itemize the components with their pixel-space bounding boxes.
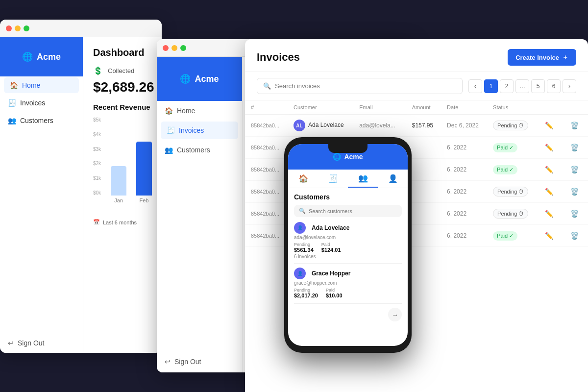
mid-sign-out[interactable]: ↩ Sign Out xyxy=(157,351,242,372)
edit-icon[interactable]: ✏️ xyxy=(543,165,555,174)
chart-x-labels: Jan Feb xyxy=(93,197,152,203)
close-icon[interactable] xyxy=(6,25,12,31)
background-window: 🌐 Acme 🏠 Home 🧾 Invoices 👥 Customers ↩ S… xyxy=(0,20,162,353)
last-6-months: 📅 Last 6 months xyxy=(93,219,152,225)
search-box[interactable]: 🔍 xyxy=(257,78,463,94)
create-invoice-button[interactable]: Create Invoice ＋ xyxy=(508,49,576,66)
col-status: Status xyxy=(487,100,537,115)
cell-amount: $157.95 xyxy=(406,115,441,137)
status-badge: Pending ⏱ xyxy=(493,187,528,196)
arrow-right: → xyxy=(294,308,402,321)
cell-id: 85842ba0... xyxy=(245,159,288,181)
cell-delete[interactable]: 🗑️ xyxy=(563,137,588,159)
mid-sidebar-customers[interactable]: 👥 Customers xyxy=(157,140,242,160)
cell-email: ada@lovela... xyxy=(353,115,406,137)
status-badge: Pending ⏱ xyxy=(493,121,528,130)
close-icon[interactable] xyxy=(163,45,169,51)
phone-nav-invoices[interactable]: 🧾 xyxy=(318,170,348,188)
edit-icon[interactable]: ✏️ xyxy=(543,121,555,130)
cell-date: 6, 2022 xyxy=(441,203,487,225)
phone-nav-home[interactable]: 🏠 xyxy=(288,170,318,188)
edit-icon[interactable]: ✏️ xyxy=(543,231,555,241)
signout-icon: ↩ xyxy=(8,339,14,347)
cell-delete[interactable]: 🗑️ xyxy=(563,159,588,181)
delete-icon[interactable]: 🗑️ xyxy=(568,165,581,174)
cell-delete[interactable]: 🗑️ xyxy=(563,225,588,247)
cell-customer: ALAda Lovelace xyxy=(288,115,353,137)
pending-stat: Pending $2,017.20 xyxy=(294,288,318,298)
col-edit xyxy=(537,100,563,115)
cell-edit[interactable]: ✏️ xyxy=(537,159,563,181)
cell-edit[interactable]: ✏️ xyxy=(537,203,563,225)
page-5-button[interactable]: 5 xyxy=(531,79,545,93)
globe-icon: 🌐 xyxy=(180,74,191,84)
mid-sidebar-home[interactable]: 🏠 Home xyxy=(157,101,242,121)
delete-icon[interactable]: 🗑️ xyxy=(568,187,581,196)
customer-name: Ada Lovelace xyxy=(312,224,349,231)
customer-name-row: 👤 Grace Hopper xyxy=(294,268,402,279)
next-button[interactable]: → xyxy=(388,308,402,321)
customer-card: 👤 Ada Lovelace ada@lovelace.com Pending … xyxy=(294,222,402,264)
invoice-icon: 🧾 xyxy=(167,126,175,134)
edit-icon[interactable]: ✏️ xyxy=(543,143,555,152)
phone-search[interactable]: 🔍 xyxy=(294,205,402,217)
delete-icon[interactable]: 🗑️ xyxy=(568,209,581,219)
page-1-button[interactable]: 1 xyxy=(484,79,498,93)
next-page-button[interactable]: › xyxy=(563,79,576,93)
customers-icon: 👥 xyxy=(165,146,173,154)
sidebar-item-customers[interactable]: 👥 Customers xyxy=(0,112,83,129)
customer-card: 👤 Grace Hopper grace@hopper.com Pending … xyxy=(294,268,402,304)
customer-email: grace@hopper.com xyxy=(294,280,402,286)
edit-icon[interactable]: ✏️ xyxy=(543,209,555,219)
cell-edit[interactable]: ✏️ xyxy=(537,181,563,203)
cell-status: Paid ✓ xyxy=(487,137,537,159)
plus-icon: ＋ xyxy=(562,53,568,62)
invoice-icon: 🧾 xyxy=(8,99,16,107)
minimize-icon[interactable] xyxy=(15,25,21,31)
edit-icon[interactable]: ✏️ xyxy=(543,187,555,196)
maximize-icon[interactable] xyxy=(180,45,186,51)
search-input[interactable] xyxy=(275,82,456,90)
phone-nav-profile[interactable]: 👤 xyxy=(378,170,408,188)
cell-date: 6, 2022 xyxy=(441,225,487,247)
page-6-button[interactable]: 6 xyxy=(547,79,561,93)
signout-icon: ↩ xyxy=(165,358,171,366)
cell-edit[interactable]: ✏️ xyxy=(537,137,563,159)
cell-date: 6, 2022 xyxy=(441,159,487,181)
prev-page-button[interactable]: ‹ xyxy=(468,79,482,93)
dollar-circle-icon: 💲 xyxy=(93,66,103,75)
search-icon: 🔍 xyxy=(299,208,306,214)
page-ellipsis: … xyxy=(515,79,529,93)
bg-sidebar: 🌐 Acme 🏠 Home 🧾 Invoices 👥 Customers ↩ S… xyxy=(0,37,83,353)
status-badge: Paid ✓ xyxy=(493,165,517,174)
sidebar-item-home[interactable]: 🏠 Home xyxy=(4,77,79,93)
cell-status: Paid ✓ xyxy=(487,159,537,181)
phone-search-input[interactable] xyxy=(309,208,397,214)
delete-icon[interactable]: 🗑️ xyxy=(568,143,581,152)
cell-date: 6, 2022 xyxy=(441,181,487,203)
mid-sidebar-invoices[interactable]: 🧾 Invoices xyxy=(161,122,238,139)
chart-y-labels: $5k $4k $3k $2k $1k $0k xyxy=(93,117,101,196)
phone-notch xyxy=(328,144,368,153)
calendar-icon: 📅 xyxy=(93,219,100,225)
cell-edit[interactable]: ✏️ xyxy=(537,225,563,247)
invoices-count: 6 invoices xyxy=(294,254,402,259)
page-2-button[interactable]: 2 xyxy=(500,79,514,93)
maximize-icon[interactable] xyxy=(24,25,29,31)
phone-nav-customers[interactable]: 👥 xyxy=(348,170,378,188)
sidebar-item-invoices[interactable]: 🧾 Invoices xyxy=(0,94,83,112)
cell-id: 85842ba0... xyxy=(245,137,288,159)
home-icon: 🏠 xyxy=(165,107,173,115)
delete-icon[interactable]: 🗑️ xyxy=(568,121,581,130)
collected-amount: $2,689.26 xyxy=(93,79,152,95)
recent-revenue-title: Recent Revenue xyxy=(93,103,152,111)
cell-delete[interactable]: 🗑️ xyxy=(563,181,588,203)
minimize-icon[interactable] xyxy=(172,45,177,51)
sign-out-button[interactable]: ↩ Sign Out xyxy=(0,333,83,353)
cell-delete[interactable]: 🗑️ xyxy=(563,115,588,137)
cell-delete[interactable]: 🗑️ xyxy=(563,203,588,225)
revenue-chart: $5k $4k $3k $2k $1k $0k Jan Feb xyxy=(93,117,152,215)
delete-icon[interactable]: 🗑️ xyxy=(568,231,581,241)
customers-icon: 👥 xyxy=(8,117,16,124)
cell-edit[interactable]: ✏️ xyxy=(537,115,563,137)
